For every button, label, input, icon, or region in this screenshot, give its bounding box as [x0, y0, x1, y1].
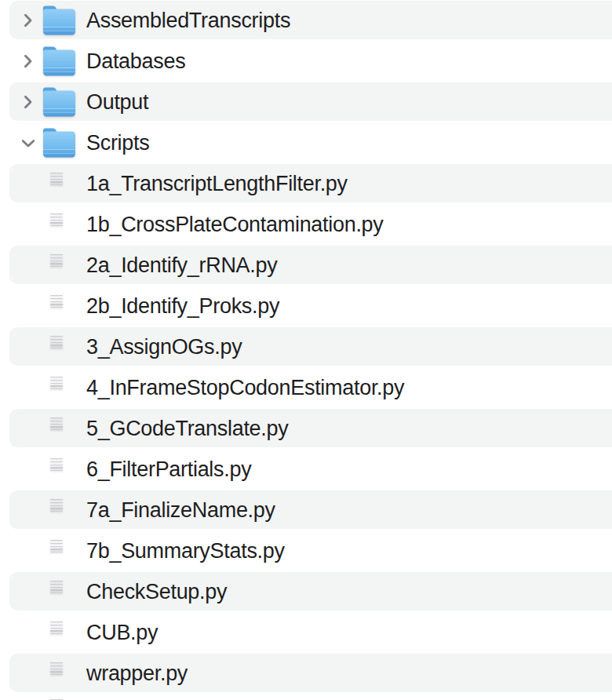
folder-icon [43, 88, 75, 117]
python-badge-label: PYTHON [42, 652, 52, 656]
python-file-icon: PYTHON [47, 454, 71, 484]
python-file-icon: PYTHON [47, 169, 71, 199]
python-badge-label: PYTHON [42, 203, 52, 207]
tree-row[interactable]: PYTHON [0, 694, 612, 700]
item-label: 2a_Identify_rRNA.py [86, 253, 277, 278]
chevron-right-icon[interactable] [20, 53, 37, 70]
item-label: 1b_CrossPlateContamination.py [86, 213, 384, 237]
item-label: 5_GCodeTranslate.py [86, 417, 288, 441]
chevron-down-icon[interactable] [20, 134, 37, 151]
item-label: Scripts [86, 131, 149, 155]
tree-row[interactable]: PYTHONwrapper.py [0, 653, 612, 694]
python-badge-label: PYTHON [42, 162, 52, 166]
chevron-right-icon[interactable] [20, 12, 37, 29]
python-file-icon: PYTHON [47, 373, 71, 403]
tree-row[interactable]: PYTHON2a_Identify_rRNA.py [0, 245, 612, 286]
item-label: AssembledTranscripts [86, 9, 290, 33]
tree-row[interactable]: PYTHONCheckSetup.py [0, 571, 612, 612]
tree-row[interactable]: AssembledTranscripts [0, 0, 612, 41]
python-badge-label: PYTHON [42, 611, 52, 615]
python-badge-label: PYTHON [42, 244, 52, 248]
python-badge-label: PYTHON [42, 285, 52, 289]
item-label: 7a_FinalizeName.py [86, 498, 275, 523]
tree-row[interactable]: PYTHON7b_SummaryStats.py [0, 530, 612, 571]
tree-row[interactable]: PYTHON4_InFrameStopCodonEstimator.py [0, 367, 612, 408]
python-file-icon: PYTHON [47, 577, 71, 607]
python-badge-label: PYTHON [42, 530, 52, 534]
python-badge-label: PYTHON [42, 448, 52, 452]
chevron-right-icon[interactable] [20, 93, 37, 111]
tree-row[interactable]: PYTHON7a_FinalizeName.py [0, 490, 612, 530]
python-badge-label: PYTHON [42, 326, 52, 330]
python-badge-label: PYTHON [42, 407, 52, 411]
tree-row[interactable]: PYTHON5_GCodeTranslate.py [0, 408, 612, 449]
item-label: 4_InFrameStopCodonEstimator.py [86, 376, 404, 400]
item-label: 3_AssignOGs.py [86, 335, 242, 359]
tree-row[interactable]: PYTHON1b_CrossPlateContamination.py [0, 204, 612, 245]
tree-row[interactable]: PYTHONCUB.py [0, 612, 612, 653]
python-file-icon: PYTHON [47, 332, 71, 362]
tree-row[interactable]: PYTHON6_FilterPartials.py [0, 449, 612, 490]
item-label: Output [86, 90, 148, 115]
python-badge-label: PYTHON [42, 489, 52, 493]
item-label: CUB.py [86, 621, 158, 645]
python-file-icon: PYTHON [47, 536, 71, 566]
tree-row[interactable]: PYTHON2b_Identify_Proks.py [0, 286, 612, 326]
tree-row[interactable]: PYTHON1a_TranscriptLengthFilter.py [0, 163, 612, 204]
file-tree[interactable]: AssembledTranscripts Databases Output Sc… [0, 0, 612, 700]
tree-row[interactable]: Scripts [0, 122, 612, 163]
python-file-icon: PYTHON [47, 291, 71, 321]
tree-row[interactable]: Output [0, 82, 612, 122]
python-file-icon: PYTHON [47, 210, 71, 239]
python-file-icon: PYTHON [47, 414, 71, 443]
python-file-icon: PYTHON [47, 618, 71, 647]
folder-icon [43, 6, 75, 35]
item-label: 2b_Identify_Proks.py [86, 294, 279, 319]
python-file-icon: PYTHON [47, 250, 71, 280]
item-label: CheckSetup.py [86, 580, 227, 604]
item-label: 6_FilterPartials.py [86, 458, 251, 482]
tree-row[interactable]: PYTHON3_AssignOGs.py [0, 326, 612, 367]
item-label: Databases [86, 49, 185, 74]
python-badge-label: PYTHON [42, 571, 52, 574]
tree-row[interactable]: Databases [0, 41, 612, 82]
python-file-icon: PYTHON [47, 695, 71, 700]
item-label: 7b_SummaryStats.py [86, 539, 285, 563]
python-file-icon: PYTHON [47, 658, 71, 688]
python-file-icon: PYTHON [47, 495, 71, 525]
item-label: wrapper.py [86, 662, 188, 686]
folder-icon [43, 47, 75, 76]
item-label: 1a_TranscriptLengthFilter.py [86, 172, 348, 196]
folder-icon [43, 129, 75, 158]
python-badge-label: PYTHON [42, 366, 52, 370]
